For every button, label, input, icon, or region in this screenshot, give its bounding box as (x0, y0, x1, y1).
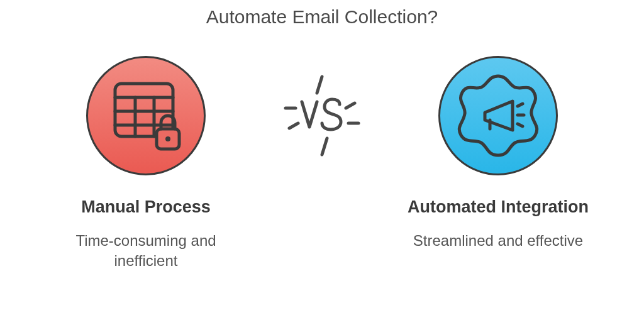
svg-line-11 (322, 138, 327, 155)
left-icon-circle (86, 56, 206, 175)
svg-line-17 (518, 124, 523, 126)
svg-line-9 (346, 103, 355, 108)
vs-icon (278, 72, 366, 160)
spreadsheet-lock-icon (105, 75, 187, 157)
svg-point-7 (165, 136, 170, 141)
left-option-title: Manual Process (81, 197, 211, 217)
svg-line-15 (518, 104, 523, 106)
left-option-description: Time-consuming and inefficient (45, 231, 247, 272)
option-right: Automated Integration Streamlined and ef… (379, 56, 618, 251)
svg-line-12 (289, 123, 298, 128)
gear-megaphone-icon (451, 69, 545, 163)
comparison-container: Manual Process Time-consuming and ineffi… (0, 56, 644, 272)
option-left: Manual Process Time-consuming and ineffi… (26, 56, 265, 272)
right-icon-circle (438, 56, 558, 175)
svg-line-8 (317, 77, 322, 93)
right-option-title: Automated Integration (408, 197, 589, 217)
right-option-description: Streamlined and effective (413, 231, 583, 251)
page-title: Automate Email Collection? (206, 6, 438, 28)
vs-separator (265, 56, 379, 175)
